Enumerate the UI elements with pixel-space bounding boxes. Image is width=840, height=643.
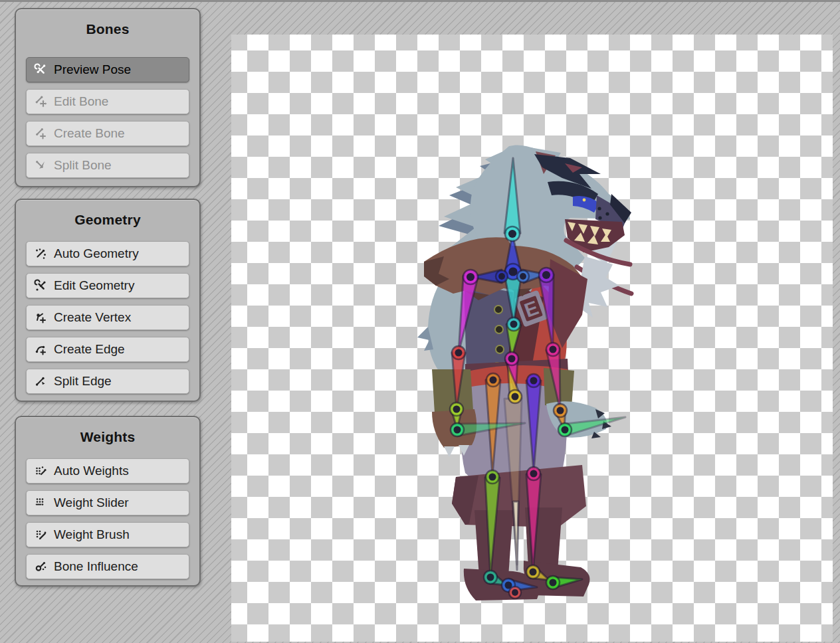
create-vertex-icon bbox=[33, 311, 48, 324]
skinning-canvas[interactable]: E 3 bbox=[231, 35, 833, 642]
edit-bone-icon bbox=[33, 95, 48, 108]
create-bone-button[interactable]: Create Bone bbox=[26, 121, 189, 146]
weight-brush-icon bbox=[33, 528, 48, 541]
weights-panel-title: Weights bbox=[16, 429, 199, 445]
edit-bone-label: Edit Bone bbox=[54, 94, 108, 109]
bones-panel: Bones Preview Pose bbox=[15, 8, 201, 187]
geometry-panel: Geometry Auto Geometry Edit Geomet bbox=[15, 199, 201, 402]
split-edge-label: Split Edge bbox=[54, 374, 112, 389]
split-bone-label: Split Bone bbox=[54, 158, 112, 173]
auto-weights-icon bbox=[33, 464, 48, 478]
auto-geometry-icon bbox=[33, 247, 48, 260]
preview-pose-label: Preview Pose bbox=[54, 62, 131, 77]
bone-influence-button[interactable]: Bone Influence bbox=[26, 554, 189, 579]
edit-geometry-button[interactable]: Edit Geometry bbox=[26, 273, 189, 298]
preview-pose-icon bbox=[33, 63, 48, 76]
weight-slider-label: Weight Slider bbox=[54, 496, 129, 510]
bone-influence-icon bbox=[33, 560, 48, 573]
weight-slider-button[interactable]: Weight Slider bbox=[26, 490, 189, 515]
canvas-svg: E 3 bbox=[231, 35, 833, 642]
preview-pose-button[interactable]: Preview Pose bbox=[26, 57, 189, 82]
bone-influence-label: Bone Influence bbox=[54, 559, 138, 574]
auto-weights-button[interactable]: Auto Weights bbox=[26, 458, 189, 484]
bones-panel-title: Bones bbox=[16, 21, 199, 37]
create-vertex-button[interactable]: Create Vertex bbox=[26, 305, 189, 330]
weight-brush-label: Weight Brush bbox=[54, 527, 130, 542]
split-bone-button[interactable]: Split Bone bbox=[26, 153, 189, 178]
auto-weights-label: Auto Weights bbox=[54, 464, 129, 478]
create-edge-button[interactable]: Create Edge bbox=[26, 337, 189, 362]
weight-slider-icon bbox=[33, 496, 48, 509]
split-bone-icon bbox=[33, 159, 48, 172]
create-edge-icon bbox=[33, 343, 48, 356]
weights-panel: Weights Auto Weights Weight Slider bbox=[15, 416, 201, 587]
auto-geometry-button[interactable]: Auto Geometry bbox=[26, 241, 189, 266]
create-bone-label: Create Bone bbox=[54, 126, 125, 141]
create-vertex-label: Create Vertex bbox=[54, 310, 131, 325]
create-bone-icon bbox=[33, 127, 48, 140]
auto-geometry-label: Auto Geometry bbox=[54, 246, 139, 261]
edit-geometry-label: Edit Geometry bbox=[54, 278, 134, 293]
edit-geometry-icon bbox=[33, 279, 48, 292]
create-edge-label: Create Edge bbox=[54, 342, 125, 357]
geometry-panel-title: Geometry bbox=[16, 212, 199, 228]
window-top-edge bbox=[0, 0, 840, 2]
weight-brush-button[interactable]: Weight Brush bbox=[26, 522, 189, 547]
split-edge-icon bbox=[33, 375, 48, 388]
edit-bone-button[interactable]: Edit Bone bbox=[26, 89, 189, 114]
split-edge-button[interactable]: Split Edge bbox=[26, 369, 189, 394]
werewolf-sprite: E 3 bbox=[417, 145, 631, 600]
